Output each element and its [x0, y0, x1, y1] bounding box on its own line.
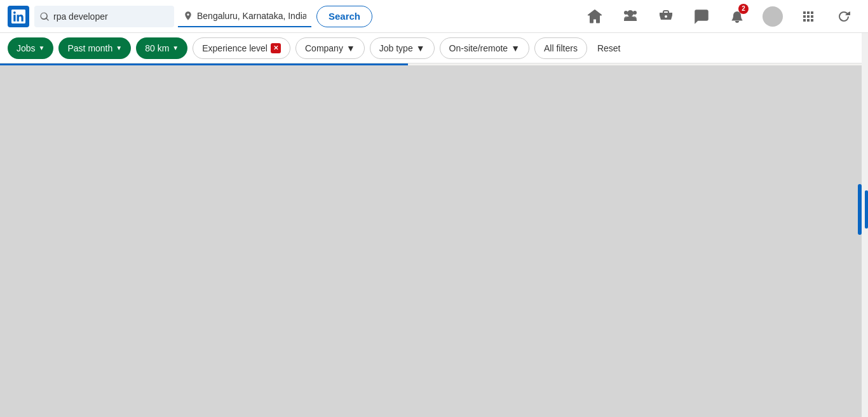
side-accent-bar: [858, 184, 862, 235]
past-month-chevron-icon: ▼: [116, 44, 122, 51]
apps-icon: [801, 9, 816, 24]
company-chevron-icon: ▼: [346, 43, 355, 53]
search-button[interactable]: Search: [316, 6, 372, 27]
nav-notifications[interactable]: 2: [721, 0, 754, 33]
job-type-chevron-icon: ▼: [416, 43, 425, 53]
location-input[interactable]: [197, 11, 306, 21]
refresh-icon: [836, 9, 851, 24]
scrollbar-thumb[interactable]: [865, 190, 868, 228]
svg-point-1: [633, 11, 637, 15]
past-month-filter-button[interactable]: Past month ▼: [58, 37, 131, 59]
reset-button[interactable]: Reset: [592, 39, 626, 57]
notification-badge: 2: [738, 4, 749, 14]
svg-point-0: [624, 11, 628, 15]
job-type-filter-button[interactable]: Job type ▼: [370, 37, 435, 59]
nav-apps[interactable]: [792, 0, 825, 33]
nav-profile[interactable]: [756, 0, 789, 33]
nav-more[interactable]: [827, 0, 860, 33]
jobs-icon: [658, 9, 674, 24]
company-filter-button[interactable]: Company ▼: [295, 37, 365, 59]
search-icon: [39, 11, 50, 22]
location-input-container: [178, 6, 311, 27]
jobs-chevron-icon: ▼: [39, 44, 45, 51]
avatar: [763, 6, 783, 27]
nav-jobs[interactable]: [649, 0, 682, 33]
distance-filter-button[interactable]: 80 km ▼: [136, 37, 187, 59]
filter-bar: Jobs ▼ Past month ▼ 80 km ▼ Experience l…: [0, 33, 868, 63]
nav-home[interactable]: [578, 0, 611, 33]
onsite-remote-filter-button[interactable]: On-site/remote ▼: [440, 37, 529, 59]
nav-network[interactable]: [614, 0, 647, 33]
jobs-filter-button[interactable]: Jobs ▼: [8, 37, 53, 59]
network-icon: [623, 9, 638, 24]
onsite-remote-chevron-icon: ▼: [511, 43, 520, 53]
distance-chevron-icon: ▼: [172, 44, 179, 51]
search-input[interactable]: [53, 11, 169, 22]
header: Search: [0, 0, 868, 33]
all-filters-button[interactable]: All filters: [534, 37, 587, 59]
experience-level-close-icon[interactable]: ✕: [271, 43, 281, 53]
nav-icons: 2: [578, 0, 860, 33]
main-content-area: [0, 65, 868, 417]
home-icon: [587, 9, 602, 24]
nav-messaging[interactable]: [685, 0, 718, 33]
scrollbar-track: [862, 0, 868, 417]
messaging-icon: [694, 9, 709, 24]
search-input-container: [34, 6, 174, 27]
linkedin-logo[interactable]: [8, 6, 29, 27]
experience-level-filter-button[interactable]: Experience level ✕: [193, 37, 290, 59]
location-icon: [183, 11, 193, 21]
